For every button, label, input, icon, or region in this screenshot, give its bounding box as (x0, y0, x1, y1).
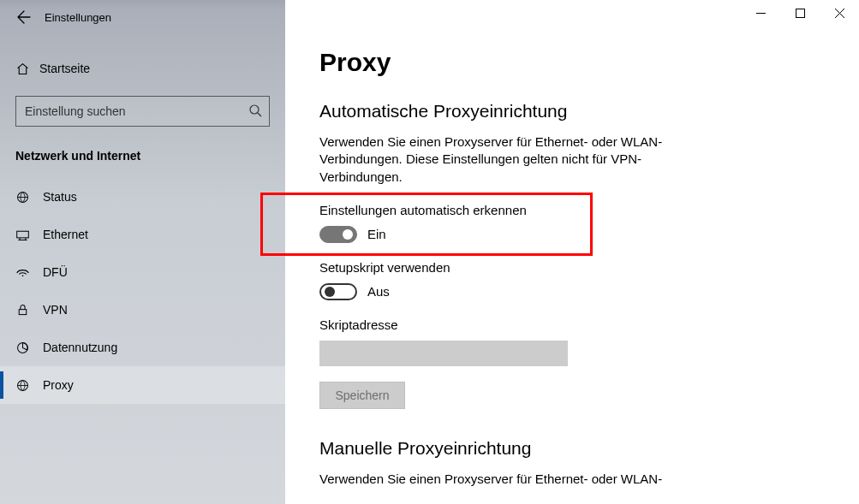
sidebar-item-status[interactable]: Status (0, 178, 285, 216)
script-address-label: Skriptadresse (319, 317, 825, 332)
sidebar-nav: Status Ethernet DFÜ (0, 178, 285, 404)
back-button[interactable] (7, 0, 41, 34)
detect-settings-block: Einstellungen automatisch erkennen Ein (319, 203, 825, 243)
save-button[interactable]: Speichern (319, 382, 405, 409)
detect-settings-label: Einstellungen automatisch erkennen (319, 203, 825, 217)
sidebar-item-vpn[interactable]: VPN (0, 291, 285, 329)
setup-script-state: Aus (367, 284, 390, 299)
content-area: Proxy Automatische Proxyeinrichtung Verw… (285, 0, 859, 504)
svg-point-4 (22, 275, 24, 276)
script-address-block: Skriptadresse Speichern (319, 317, 825, 409)
sidebar-header: Einstellungen (0, 0, 285, 34)
dialup-icon (15, 266, 43, 278)
search-input[interactable] (23, 104, 248, 119)
setup-script-block: Setupskript verwenden Aus (319, 260, 825, 300)
detect-settings-state: Ein (367, 227, 386, 241)
auto-section-heading: Automatische Proxyeinrichtung (319, 101, 825, 122)
status-icon (15, 190, 43, 205)
detect-settings-toggle[interactable] (319, 226, 357, 243)
window-caption-bar (285, 0, 859, 27)
svg-point-0 (250, 105, 259, 114)
auto-section-description: Verwenden Sie einen Proxyserver für Ethe… (319, 133, 688, 186)
svg-line-1 (258, 113, 261, 116)
svg-rect-3 (17, 231, 29, 238)
manual-section-description: Verwenden Sie einen Proxyserver für Ethe… (319, 471, 688, 488)
setup-script-label: Setupskript verwenden (319, 260, 825, 275)
sidebar-home-label: Startseite (39, 62, 90, 75)
arrow-left-icon (17, 10, 31, 24)
home-icon (15, 62, 39, 76)
sidebar-item-dialup[interactable]: DFÜ (0, 253, 285, 291)
sidebar-item-label: Status (43, 190, 77, 204)
page-title: Proxy (319, 48, 825, 77)
search-icon (248, 104, 262, 120)
maximize-button[interactable] (780, 0, 820, 26)
sidebar-item-label: DFÜ (43, 265, 68, 279)
sidebar-item-label: Ethernet (43, 228, 88, 241)
search-box[interactable] (15, 96, 270, 127)
svg-rect-5 (19, 309, 27, 314)
manual-section-heading: Manuelle Proxyeinrichtung (319, 438, 825, 459)
ethernet-icon (15, 228, 43, 242)
sidebar-home[interactable]: Startseite (15, 51, 270, 86)
proxy-icon (15, 378, 43, 393)
svg-rect-9 (796, 9, 804, 17)
datausage-icon (15, 341, 43, 355)
sidebar-item-label: VPN (43, 303, 68, 317)
sidebar-item-label: Datennutzung (43, 341, 117, 354)
sidebar-item-proxy[interactable]: Proxy (0, 366, 285, 404)
sidebar-category-label: Netzwerk und Internet (15, 149, 270, 163)
setup-script-toggle[interactable] (319, 283, 357, 300)
sidebar: Einstellungen Startseite Netzwerk und In… (0, 0, 285, 504)
sidebar-item-label: Proxy (43, 378, 74, 392)
minimize-button[interactable] (741, 0, 780, 26)
close-button[interactable] (820, 0, 859, 26)
app-title: Einstellungen (45, 11, 111, 24)
sidebar-item-data-usage[interactable]: Datennutzung (0, 329, 285, 366)
sidebar-item-ethernet[interactable]: Ethernet (0, 216, 285, 253)
vpn-icon (15, 303, 43, 317)
script-address-input[interactable] (319, 341, 568, 366)
